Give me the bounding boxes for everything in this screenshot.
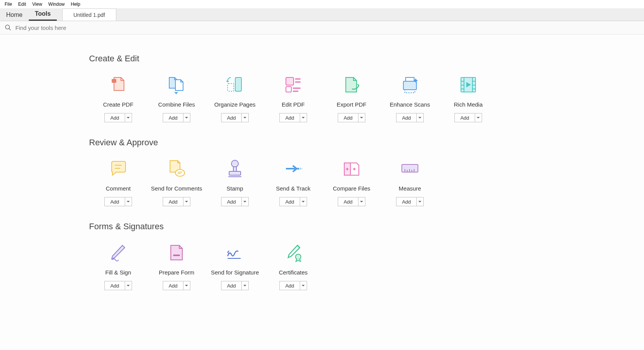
tool-label: Compare Files xyxy=(333,185,370,192)
add-button[interactable]: Add xyxy=(105,197,124,206)
search-input[interactable] xyxy=(15,25,169,31)
export-pdf-icon xyxy=(342,75,361,94)
add-button[interactable]: Add xyxy=(455,113,474,122)
add-button-group: Add xyxy=(338,197,365,206)
chevron-down-icon xyxy=(360,201,363,202)
add-dropdown[interactable] xyxy=(416,113,423,122)
tool-label: Rich Media xyxy=(454,101,482,108)
tool-export-pdf[interactable]: Export PDFAdd xyxy=(322,75,381,122)
add-button-group: Add xyxy=(163,197,190,206)
add-button[interactable]: Add xyxy=(163,281,183,290)
tool-row: Create PDFAddCombine FilesAddOrganize Pa… xyxy=(89,75,644,122)
add-dropdown[interactable] xyxy=(300,281,307,290)
tool-label: Fill & Sign xyxy=(105,269,131,276)
tool-label: Measure xyxy=(399,185,421,192)
add-dropdown[interactable] xyxy=(241,197,248,206)
add-button-group: Add xyxy=(163,281,190,290)
add-dropdown[interactable] xyxy=(416,197,423,206)
tool-row: Fill & SignAddPrepare FormAddSend for Si… xyxy=(89,243,644,290)
chevron-down-icon xyxy=(418,117,421,118)
tool-send-for-comments[interactable]: Send for CommentsAdd xyxy=(147,159,206,206)
add-button-group: Add xyxy=(221,281,248,290)
tool-row: CommentAddSend for CommentsAddStampAddSe… xyxy=(89,159,644,206)
tool-send-signature[interactable]: Send for SignatureAdd xyxy=(206,243,264,290)
tool-label: Comment xyxy=(106,185,130,192)
enhance-scans-icon xyxy=(400,75,419,94)
document-tab[interactable]: Untitled 1.pdf xyxy=(62,8,116,21)
add-button-group: Add xyxy=(396,113,423,122)
tool-compare-files[interactable]: Compare FilesAdd xyxy=(322,159,381,206)
add-dropdown[interactable] xyxy=(241,281,248,290)
add-button[interactable]: Add xyxy=(338,113,358,122)
menu-help[interactable]: Help xyxy=(68,1,84,8)
add-dropdown[interactable] xyxy=(125,281,132,290)
chevron-down-icon xyxy=(127,201,130,202)
add-button[interactable]: Add xyxy=(280,281,299,290)
tool-stamp[interactable]: StampAdd xyxy=(206,159,264,206)
add-button-group: Add xyxy=(104,113,132,122)
add-button-group: Add xyxy=(454,113,482,122)
certificates-icon xyxy=(284,243,303,262)
add-button[interactable]: Add xyxy=(280,197,299,206)
nav-tools[interactable]: Tools xyxy=(29,8,57,21)
send-track-icon xyxy=(284,159,303,178)
add-dropdown[interactable] xyxy=(300,113,307,122)
add-dropdown[interactable] xyxy=(183,197,190,206)
add-button[interactable]: Add xyxy=(163,113,183,122)
add-dropdown[interactable] xyxy=(241,113,248,122)
add-button[interactable]: Add xyxy=(338,197,358,206)
tool-enhance-scans[interactable]: Enhance ScansAdd xyxy=(381,75,439,122)
tool-certificates[interactable]: CertificatesAdd xyxy=(264,243,322,290)
add-dropdown[interactable] xyxy=(183,113,190,122)
add-button[interactable]: Add xyxy=(221,197,241,206)
tool-comment[interactable]: CommentAdd xyxy=(89,159,147,206)
comment-icon xyxy=(109,159,128,178)
add-button-group: Add xyxy=(104,281,132,290)
search-icon xyxy=(5,24,12,31)
add-button-group: Add xyxy=(396,197,423,206)
send-signature-icon xyxy=(225,243,244,262)
tool-combine-files[interactable]: Combine FilesAdd xyxy=(147,75,206,122)
add-button-group: Add xyxy=(279,197,307,206)
tool-label: Send for Signature xyxy=(211,269,259,276)
add-dropdown[interactable] xyxy=(183,281,190,290)
add-dropdown[interactable] xyxy=(300,197,307,206)
tool-fill-sign[interactable]: Fill & SignAdd xyxy=(89,243,147,290)
chevron-down-icon xyxy=(360,117,363,118)
combine-files-icon xyxy=(167,75,186,94)
create-pdf-icon xyxy=(109,75,128,94)
tool-send-track[interactable]: Send & TrackAdd xyxy=(264,159,322,206)
add-dropdown[interactable] xyxy=(358,113,365,122)
add-button[interactable]: Add xyxy=(396,197,416,206)
tool-edit-pdf[interactable]: Edit PDFAdd xyxy=(264,75,322,122)
tool-create-pdf[interactable]: Create PDFAdd xyxy=(89,75,147,122)
add-button[interactable]: Add xyxy=(396,113,416,122)
add-button[interactable]: Add xyxy=(221,113,241,122)
add-dropdown[interactable] xyxy=(475,113,482,122)
menu-edit[interactable]: Edit xyxy=(15,1,29,8)
nav-home[interactable]: Home xyxy=(0,9,29,21)
add-button[interactable]: Add xyxy=(221,281,241,290)
tool-prepare-form[interactable]: Prepare FormAdd xyxy=(147,243,206,290)
menu-file[interactable]: File xyxy=(2,1,15,8)
chevron-down-icon xyxy=(243,285,246,286)
tool-label: Organize Pages xyxy=(214,101,256,108)
chevron-down-icon xyxy=(127,117,130,118)
tool-measure[interactable]: MeasureAdd xyxy=(381,159,439,206)
add-dropdown[interactable] xyxy=(125,197,132,206)
tool-label: Send & Track xyxy=(276,185,310,192)
add-button[interactable]: Add xyxy=(105,281,124,290)
chevron-down-icon xyxy=(127,285,130,286)
add-button[interactable]: Add xyxy=(280,113,299,122)
menu-window[interactable]: Window xyxy=(45,1,68,8)
add-dropdown[interactable] xyxy=(358,197,365,206)
menu-view[interactable]: View xyxy=(29,1,45,8)
add-button[interactable]: Add xyxy=(105,113,124,122)
chevron-down-icon xyxy=(243,117,246,118)
tool-label: Edit PDF xyxy=(282,101,305,108)
add-dropdown[interactable] xyxy=(125,113,132,122)
add-button[interactable]: Add xyxy=(163,197,183,206)
tool-organize-pages[interactable]: Organize PagesAdd xyxy=(206,75,264,122)
search-bar xyxy=(0,21,644,35)
tool-rich-media[interactable]: Rich MediaAdd xyxy=(439,75,497,122)
